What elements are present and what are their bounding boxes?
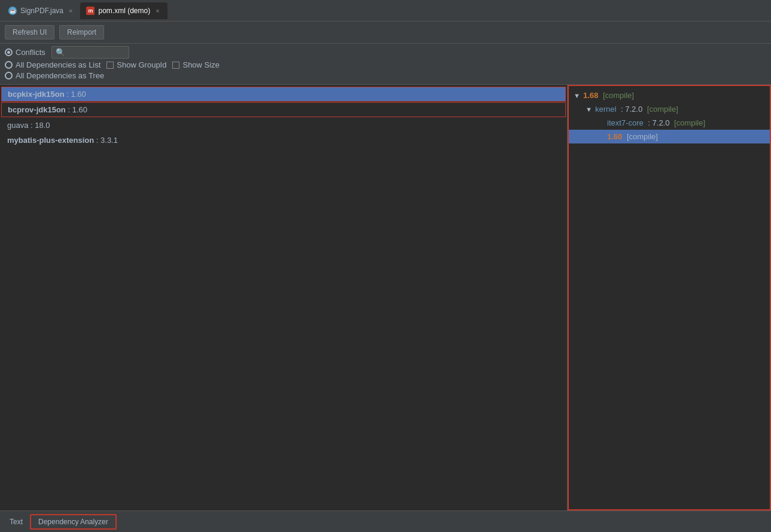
tab-signpdf[interactable]: ☕ SignPDF.java × — [2, 2, 80, 19]
dep-bcpkix-version: : 1.60 — [66, 90, 86, 99]
tree-itext-scope: [compile] — [672, 118, 705, 127]
tab-pom[interactable]: m pom.xml (demo) × — [80, 2, 167, 19]
tab-signpdf-close[interactable]: × — [67, 7, 74, 15]
dep-item-mybatis[interactable]: mybatis-plus-extension : 3.3.1 — [0, 133, 567, 148]
tab-pom-label: pom.xml (demo) — [98, 7, 150, 15]
tree-kernel-version: : 7.2.0 — [618, 105, 642, 114]
java-icon: ☕ — [8, 7, 17, 15]
tree-itext-version: : 7.2.0 — [646, 118, 670, 127]
dep-mybatis-name: mybatis-plus-extension — [7, 136, 94, 145]
right-panel: ▼ 1.68 [compile] ▼ kernel : 7.2.0 [compi… — [568, 85, 771, 510]
options-area: Conflicts 🔍 All Dependencies as List Sho… — [0, 44, 771, 85]
tree-version-1: 1.68 — [583, 91, 598, 100]
bottom-tab-dep-analyzer[interactable]: Dependency Analyzer — [30, 514, 117, 530]
bottom-bar: Text Dependency Analyzer — [0, 510, 771, 532]
radio-conflicts[interactable]: Conflicts — [5, 48, 45, 57]
bottom-tab-text[interactable]: Text — [2, 515, 30, 528]
dep-item-bcprov[interactable]: bcprov-jdk15on : 1.60 — [1, 102, 566, 117]
tree-kernel-name: kernel — [595, 105, 616, 114]
reimport-button[interactable]: Reimport — [59, 25, 104, 39]
tree-spacer-3 — [598, 120, 605, 127]
chevron-down-icon-2: ▼ — [586, 106, 593, 113]
dep-guava-version: : 18.0 — [31, 121, 50, 130]
tree-scope-4: [compile] — [624, 132, 658, 141]
search-box[interactable]: 🔍 — [51, 46, 129, 59]
toolbar: Refresh UI Reimport — [0, 22, 771, 44]
tree-scope-1: [compile] — [601, 91, 634, 100]
dep-bcpkix-name: bcpkix-jdk15on — [8, 90, 65, 99]
dep-item-guava[interactable]: guava : 18.0 — [0, 118, 567, 133]
dep-guava-name: guava — [7, 121, 28, 130]
tree-version-4: 1.60 — [607, 132, 622, 141]
search-input[interactable] — [68, 48, 127, 57]
search-icon: 🔍 — [56, 48, 65, 57]
tree-item-1[interactable]: ▼ 1.68 [compile] — [569, 88, 770, 102]
checkbox-show-size[interactable]: Show Size — [172, 60, 219, 69]
maven-icon: m — [86, 7, 95, 15]
dep-mybatis-version: : 3.3.1 — [96, 136, 118, 145]
radio-all-list-label: All Dependencies as List — [16, 60, 100, 69]
tree-item-4[interactable]: 1.60 [compile] — [569, 130, 770, 143]
dep-bcprov-version: : 1.60 — [68, 105, 87, 114]
radio-all-tree-label: All Dependencies as Tree — [16, 71, 104, 80]
checkbox-size-label: Show Size — [182, 60, 219, 69]
radio-all-list-circle — [5, 61, 13, 69]
tree-itext-name: itext7-core — [607, 118, 644, 127]
main-content: bcpkix-jdk15on : 1.60 bcprov-jdk15on : 1… — [0, 85, 771, 510]
tree-item-3[interactable]: itext7-core : 7.2.0 [compile] — [569, 116, 770, 130]
radio-conflicts-circle — [5, 48, 13, 56]
radio-all-tree[interactable]: All Dependencies as Tree — [5, 71, 104, 80]
checkbox-show-groupid[interactable]: Show GroupId — [106, 60, 166, 69]
bottom-tab-text-label: Text — [10, 518, 23, 526]
checkbox-groupid-box — [106, 62, 114, 69]
dep-item-bcpkix[interactable]: bcpkix-jdk15on : 1.60 — [1, 87, 566, 102]
checkbox-size-box — [172, 62, 179, 69]
checkbox-groupid-label: Show GroupId — [117, 60, 166, 69]
refresh-ui-button[interactable]: Refresh UI — [5, 25, 54, 39]
tab-signpdf-label: SignPDF.java — [20, 7, 63, 15]
radio-all-list[interactable]: All Dependencies as List — [5, 60, 100, 69]
tab-bar: ☕ SignPDF.java × m pom.xml (demo) × — [0, 0, 771, 22]
radio-conflicts-label: Conflicts — [16, 48, 45, 57]
tree-item-2[interactable]: ▼ kernel : 7.2.0 [compile] — [569, 102, 770, 116]
radio-all-tree-circle — [5, 72, 13, 80]
tab-pom-close[interactable]: × — [154, 7, 161, 15]
bottom-tab-dep-label: Dependency Analyzer — [38, 518, 108, 526]
tree-spacer-4 — [598, 133, 605, 140]
left-panel: bcpkix-jdk15on : 1.60 bcprov-jdk15on : 1… — [0, 85, 568, 510]
dep-bcprov-name: bcprov-jdk15on — [8, 105, 66, 114]
chevron-down-icon-1: ▼ — [574, 92, 581, 99]
tree-kernel-scope: [compile] — [645, 105, 678, 114]
